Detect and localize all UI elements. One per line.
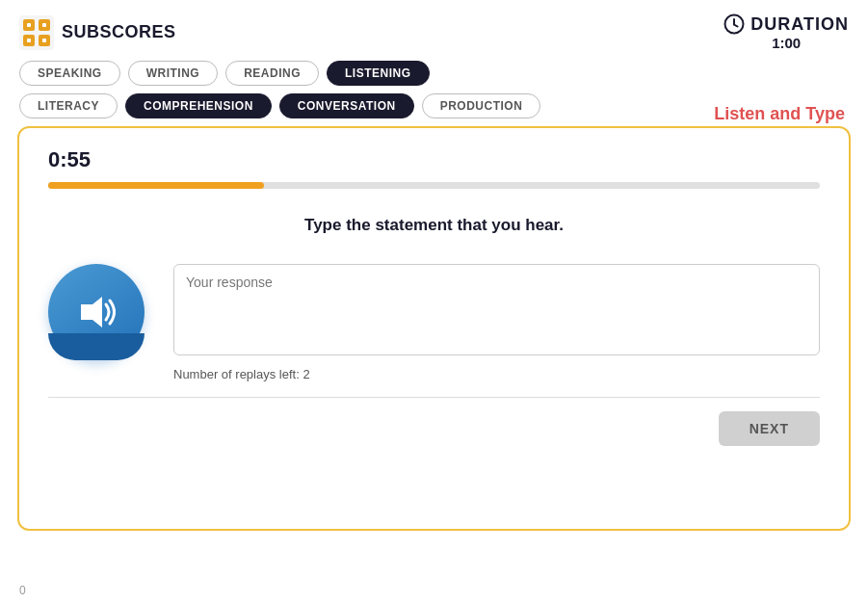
duration-row: DURATION (723, 13, 849, 35)
next-button[interactable]: NEXT (719, 411, 820, 446)
bottom-number: 0 (19, 584, 26, 597)
svg-rect-7 (27, 39, 31, 42)
timer-display: 0:55 (48, 147, 820, 172)
content-area: Number of replays left: 2 (48, 264, 820, 381)
header-right: DURATION 1:00 (723, 13, 849, 51)
listen-type-label: Listen and Type (714, 104, 845, 124)
svg-rect-5 (27, 23, 31, 27)
svg-marker-12 (81, 297, 102, 328)
duration-time: 1:00 (772, 35, 801, 51)
svg-line-11 (734, 25, 738, 27)
nav-btn-comprehension[interactable]: COMPREHENSION (125, 93, 272, 118)
response-textarea[interactable] (173, 264, 820, 355)
subscores-label: SUBSCORES (62, 22, 176, 42)
nav-btn-speaking[interactable]: SPEAKING (19, 61, 120, 86)
progress-bar-fill (48, 182, 264, 189)
speaker-icon (73, 291, 119, 333)
response-area: Number of replays left: 2 (173, 264, 820, 381)
nav-btn-writing[interactable]: WRITING (128, 61, 219, 86)
svg-rect-8 (42, 39, 46, 42)
nav-btn-reading[interactable]: READING (225, 61, 319, 86)
next-row: NEXT (48, 411, 820, 446)
progress-bar-background (48, 182, 820, 189)
duration-label: DURATION (750, 14, 849, 35)
header-left: SUBSCORES (19, 15, 176, 50)
card-divider (48, 397, 820, 398)
replays-text: Number of replays left: 2 (173, 367, 820, 381)
instruction-text: Type the statement that you hear. (48, 216, 820, 235)
nav-btn-production[interactable]: PRODUCTION (422, 93, 541, 118)
clock-icon (723, 13, 745, 35)
nav-btn-literacy[interactable]: LITERACY (19, 93, 118, 118)
nav-btn-conversation[interactable]: CONVERSATION (279, 93, 414, 118)
header: SUBSCORES DURATION 1:00 (0, 0, 868, 51)
svg-rect-6 (42, 23, 46, 27)
nav-btn-listening[interactable]: LISTENING (327, 61, 430, 86)
logo-icon (19, 15, 54, 50)
nav-row-1: SPEAKING WRITING READING LISTENING (19, 61, 849, 86)
speaker-button[interactable] (48, 264, 145, 360)
main-card: 0:55 Type the statement that you hear. N… (17, 126, 851, 531)
